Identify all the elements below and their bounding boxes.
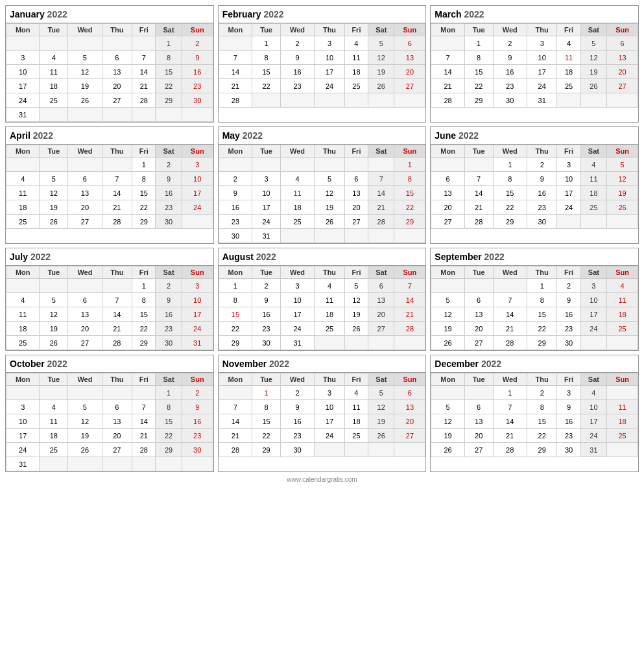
- calendar-day: 15: [252, 414, 281, 429]
- month-title: December 2022: [431, 355, 638, 373]
- month-title: June 2022: [431, 127, 638, 145]
- calendar-day: [431, 158, 464, 172]
- calendar-day: 3: [6, 400, 40, 414]
- day-header-sat: Sat: [156, 374, 182, 386]
- calendar-day: 14: [219, 414, 252, 429]
- calendar-day: 6: [464, 293, 493, 307]
- day-header-sun: Sun: [607, 374, 638, 386]
- calendar-day: 6: [394, 36, 425, 51]
- calendar-day: 9: [252, 293, 281, 307]
- calendar-day: 18: [607, 307, 638, 322]
- calendar-day: 20: [102, 79, 132, 93]
- calendar-day: [315, 158, 345, 172]
- calendar-day: 3: [6, 51, 40, 65]
- calendar-day: 9: [280, 51, 314, 65]
- calendar-day: 2: [527, 158, 557, 172]
- calendar-day: 7: [493, 293, 527, 307]
- day-header-tue: Tue: [40, 374, 68, 386]
- calendar-day: 19: [68, 79, 102, 93]
- month-title: February 2022: [219, 6, 426, 23]
- day-header-wed: Wed: [493, 145, 527, 158]
- calendar-day: [557, 93, 580, 108]
- day-header-mon: Mon: [6, 267, 40, 279]
- calendar-day: 1: [132, 158, 156, 172]
- calendar-day: 18: [40, 79, 68, 93]
- day-header-thu: Thu: [315, 374, 345, 386]
- calendar-day: [68, 108, 102, 122]
- calendar-day: 12: [431, 414, 464, 429]
- day-header-fri: Fri: [344, 374, 368, 386]
- calendar-day: 31: [6, 457, 40, 471]
- calendar-day: 12: [368, 400, 394, 414]
- calendar-day: 2: [493, 36, 527, 51]
- calendar-day: [156, 108, 182, 122]
- calendar-day: 27: [68, 336, 102, 350]
- calendar-day: 2: [280, 36, 314, 51]
- calendar-day: [102, 457, 132, 471]
- calendar-day: 5: [607, 158, 638, 172]
- calendar-day: 23: [182, 429, 213, 443]
- calendar-day: 20: [394, 414, 425, 429]
- calendar-day: 11: [40, 414, 68, 429]
- month-block-january: January 2022MonTueWedThuFriSatSun1234567…: [5, 5, 214, 123]
- day-header-thu: Thu: [315, 24, 345, 36]
- day-header-fri: Fri: [557, 24, 580, 36]
- calendar-day: 27: [607, 79, 638, 93]
- calendar-day: 10: [182, 293, 213, 307]
- calendar-day: 26: [68, 443, 102, 457]
- day-header-sat: Sat: [580, 24, 606, 36]
- calendar-day: 8: [156, 51, 182, 65]
- calendar-day: 26: [607, 200, 638, 215]
- calendar-day: 2: [280, 386, 314, 400]
- day-header-mon: Mon: [6, 145, 40, 158]
- month-title: January 2022: [6, 6, 213, 23]
- day-header-fri: Fri: [557, 145, 580, 158]
- calendar-day: [6, 279, 40, 293]
- calendar-day: 16: [182, 414, 213, 429]
- calendar-day: 15: [219, 307, 252, 322]
- calendar-day: 24: [527, 79, 557, 93]
- calendar-day: 17: [280, 307, 314, 322]
- day-header-tue: Tue: [464, 145, 493, 158]
- day-header-thu: Thu: [527, 24, 557, 36]
- calendar-day: 6: [394, 386, 425, 400]
- calendar-day: 30: [557, 443, 580, 457]
- calendar-day: 24: [280, 322, 314, 336]
- day-header-thu: Thu: [102, 267, 132, 279]
- calendar-day: 18: [6, 322, 40, 336]
- calendar-day: 28: [464, 215, 493, 229]
- calendar-day: 15: [156, 65, 182, 79]
- calendar-day: 28: [132, 443, 156, 457]
- day-header-tue: Tue: [464, 374, 493, 386]
- calendar-day: 14: [219, 65, 252, 79]
- calendar-day: 11: [6, 307, 40, 322]
- calendar-day: [156, 457, 182, 471]
- month-table: MonTueWedThuFriSatSun1234567891011121314…: [431, 23, 638, 108]
- day-header-mon: Mon: [431, 374, 464, 386]
- calendar-day: [132, 36, 156, 51]
- calendar-day: 6: [431, 172, 464, 186]
- calendar-day: 4: [40, 51, 68, 65]
- calendar-day: 29: [156, 93, 182, 108]
- calendar-day: 12: [68, 65, 102, 79]
- calendar-day: [40, 158, 68, 172]
- calendar-day: 26: [431, 443, 464, 457]
- calendar-day: [368, 158, 394, 172]
- calendar-day: 27: [68, 215, 102, 229]
- day-header-sun: Sun: [182, 374, 213, 386]
- calendar-day: 26: [40, 215, 68, 229]
- calendar-day: 4: [6, 172, 40, 186]
- calendar-day: 26: [431, 336, 464, 350]
- day-header-mon: Mon: [219, 24, 252, 36]
- calendar-day: [315, 229, 345, 243]
- calendar-day: 9: [527, 172, 557, 186]
- month-block-february: February 2022MonTueWedThuFriSatSun123456…: [218, 5, 427, 123]
- calendar-day: [68, 279, 102, 293]
- calendar-day: [315, 443, 345, 457]
- calendar-day: 14: [368, 186, 394, 200]
- calendar-day: [394, 336, 425, 350]
- calendar-day: 13: [394, 51, 425, 65]
- day-header-fri: Fri: [344, 24, 368, 36]
- calendar-day: 19: [580, 65, 606, 79]
- calendar-day: 8: [464, 51, 493, 65]
